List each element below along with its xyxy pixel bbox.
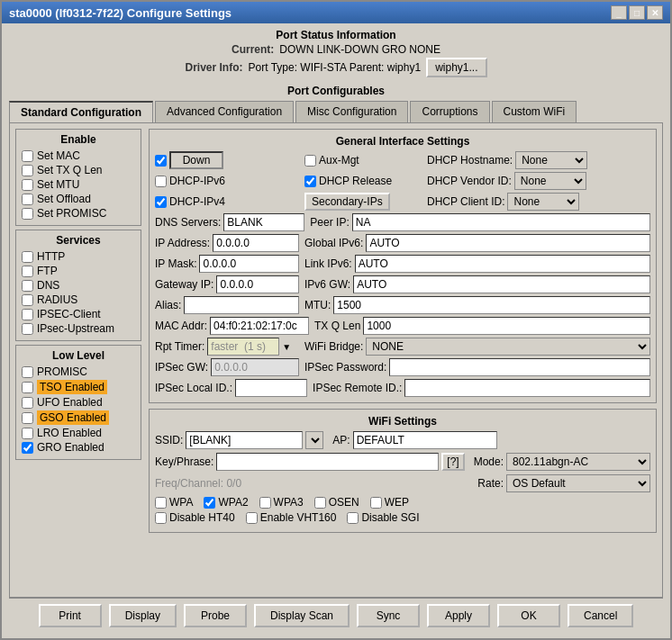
tx-q-len-input[interactable]	[363, 317, 650, 335]
ipsec-upstream-checkbox[interactable]	[22, 323, 33, 335]
main-window: sta0000 (lf0312-7f22) Configure Settings…	[0, 0, 672, 640]
link-ipv6-input[interactable]	[355, 255, 650, 273]
minimize-button[interactable]: _	[611, 5, 627, 20]
key-phrase-input[interactable]	[216, 453, 439, 471]
print-button[interactable]: Print	[39, 604, 102, 627]
rate-select[interactable]: OS Default	[506, 474, 650, 492]
wep-checkbox[interactable]	[370, 497, 382, 509]
port-configurables-title: Port Configurables	[9, 85, 663, 97]
osen-checkbox[interactable]	[314, 497, 326, 509]
tab-misc-configuration[interactable]: Misc Configuration	[295, 101, 408, 122]
sync-button[interactable]: Sync	[357, 604, 420, 627]
display-button[interactable]: Display	[109, 604, 177, 627]
tab-custom-wifi[interactable]: Custom WiFi	[492, 101, 577, 122]
set-promisc-checkbox[interactable]	[22, 208, 33, 220]
dhcp-client-select[interactable]: None	[507, 193, 579, 211]
ll-promisc: PROMISC	[22, 365, 135, 378]
tab-content-area: Enable Set MAC Set TX Q Len Set MTU	[9, 122, 663, 598]
set-txqlen-label: Set TX Q Len	[37, 164, 103, 176]
mtu-label: MTU:	[304, 299, 331, 311]
cancel-button[interactable]: Cancel	[568, 604, 633, 627]
gateway-ip-input[interactable]	[216, 275, 299, 293]
promisc-checkbox[interactable]	[22, 366, 33, 378]
dns-servers-label: DNS Servers:	[155, 216, 221, 229]
wifi-bridge-select[interactable]: NONE	[366, 338, 650, 356]
set-mtu-checkbox[interactable]	[22, 179, 33, 191]
ap-input[interactable]	[353, 431, 497, 449]
dhcp-vendor-select[interactable]: None	[514, 172, 586, 190]
ipsec-remote-input[interactable]	[404, 379, 650, 397]
down-checkbox[interactable]	[155, 155, 167, 167]
wpa-checkbox[interactable]	[155, 497, 167, 509]
wpa3-checkbox[interactable]	[259, 497, 271, 509]
set-promisc-label: Set PROMISC	[37, 207, 106, 220]
dns-checkbox[interactable]	[22, 280, 33, 292]
tab-standard-configuration[interactable]: Standard Configuration	[9, 101, 153, 122]
ip-address-input[interactable]	[213, 234, 299, 252]
tab-advanced-configuration[interactable]: Advanced Configuration	[155, 101, 294, 122]
ssid-dropdown[interactable]	[305, 431, 323, 449]
general-section: General Interface Settings Down Aux-Mgt	[149, 129, 657, 403]
ssid-input[interactable]	[186, 431, 303, 449]
ufo-checkbox[interactable]	[22, 397, 33, 409]
http-label: HTTP	[37, 250, 65, 263]
set-txqlen-checkbox[interactable]	[22, 165, 33, 176]
disable-ht40-checkbox[interactable]	[155, 512, 167, 524]
dns-servers-input[interactable]	[223, 213, 304, 231]
enable-section: Enable Set MAC Set TX Q Len Set MTU	[15, 129, 141, 226]
ipsec-gw-input[interactable]	[211, 358, 299, 376]
aux-mgt-checkbox[interactable]	[304, 155, 316, 167]
mode-select[interactable]: 802.11abgn-AC	[506, 453, 650, 471]
ipv6-gw-input[interactable]	[353, 275, 650, 293]
radius-checkbox[interactable]	[22, 294, 33, 306]
display-scan-button[interactable]: Display Scan	[254, 604, 350, 627]
enable-vht160-checkbox[interactable]	[246, 512, 258, 524]
gro-checkbox[interactable]	[22, 442, 33, 454]
rpt-timer-input[interactable]	[207, 338, 279, 356]
set-mac-checkbox[interactable]	[22, 150, 33, 162]
secondary-ips-button[interactable]: Secondary-IPs	[304, 193, 390, 211]
enable-set-mtu: Set MTU	[22, 178, 135, 191]
probe-button[interactable]: Probe	[184, 604, 247, 627]
down-button[interactable]: Down	[169, 151, 223, 169]
gso-checkbox[interactable]	[22, 412, 33, 424]
key-phrase-label: Key/Phrase:	[155, 455, 213, 468]
wep-label: WEP	[385, 496, 409, 509]
dhcp-hostname-select[interactable]: None	[515, 151, 587, 169]
current-value: DOWN LINK-DOWN GRO NONE	[279, 43, 440, 56]
ll-gro: GRO Enabled	[22, 441, 135, 454]
tab-corruptions[interactable]: Corruptions	[410, 101, 489, 122]
ipsec-local-input[interactable]	[235, 379, 307, 397]
ipsec-password-input[interactable]	[389, 358, 650, 376]
global-ipv6-input[interactable]	[366, 234, 650, 252]
dhcp-client-label: DHCP Client ID:	[427, 195, 504, 208]
dhcpipv4-checkbox[interactable]	[155, 196, 167, 208]
ipsec-client-checkbox[interactable]	[22, 309, 33, 320]
alias-input[interactable]	[184, 296, 299, 314]
wiphy-button[interactable]: wiphy1...	[426, 58, 486, 77]
dhcp-release-checkbox[interactable]	[304, 176, 316, 187]
ipsec-remote-label: IPSec Remote ID.:	[313, 382, 402, 394]
peer-ip-input[interactable]	[352, 213, 650, 231]
mtu-input[interactable]	[333, 296, 650, 314]
ip-mask-input[interactable]	[199, 255, 299, 273]
http-checkbox[interactable]	[22, 251, 33, 263]
right-panel: General Interface Settings Down Aux-Mgt	[149, 129, 657, 591]
close-button[interactable]: ✕	[647, 5, 663, 20]
lro-checkbox[interactable]	[22, 428, 33, 439]
window-title: sta0000 (lf0312-7f22) Configure Settings	[9, 6, 232, 20]
maximize-button[interactable]: □	[629, 5, 645, 20]
set-offload-checkbox[interactable]	[22, 194, 33, 205]
enable-title: Enable	[22, 133, 135, 146]
ipv6-gw-label: IPv6 GW:	[304, 278, 350, 291]
tso-checkbox[interactable]	[22, 382, 33, 393]
set-mtu-label: Set MTU	[37, 178, 79, 191]
ftp-checkbox[interactable]	[22, 266, 33, 277]
disable-sgi-checkbox[interactable]	[347, 512, 359, 524]
mac-addr-input[interactable]	[210, 317, 309, 335]
ok-button[interactable]: OK	[497, 604, 560, 627]
apply-button[interactable]: Apply	[427, 604, 490, 627]
key-help-button[interactable]: [?]	[441, 453, 464, 471]
wpa2-checkbox[interactable]	[204, 497, 215, 509]
dhcpipv6-checkbox[interactable]	[155, 176, 167, 187]
